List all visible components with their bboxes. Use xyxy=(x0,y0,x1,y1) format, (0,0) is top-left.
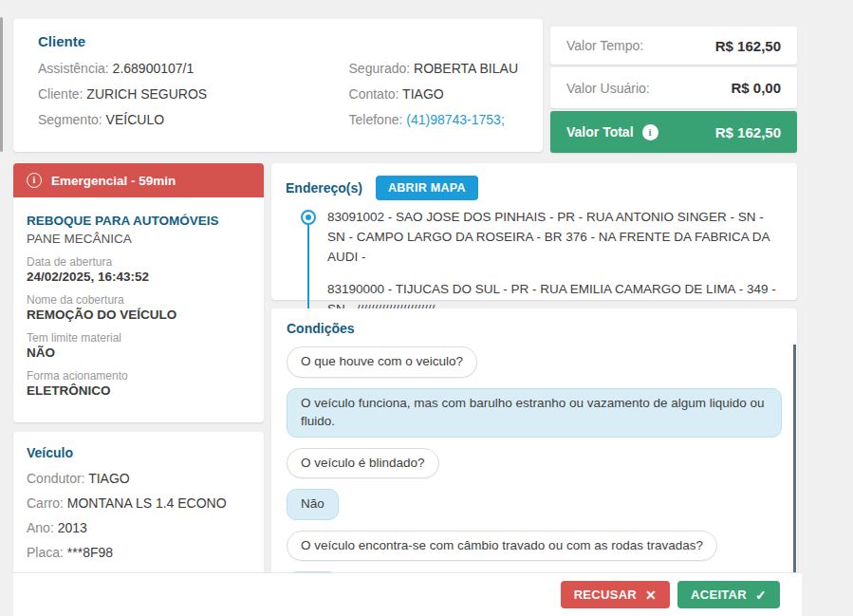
phone-link[interactable]: (41)98743-1753; xyxy=(406,112,505,127)
insured-field: Segurado: ROBERTA BILAU xyxy=(349,56,518,82)
service-problem: PANE MECÂNICA xyxy=(27,232,250,246)
client-fields-right: Segurado: ROBERTA BILAU Contato: TIAGO T… xyxy=(349,56,518,133)
origin-radio-icon[interactable] xyxy=(301,210,316,225)
service-card: i Emergencial - 59min REBOQUE PARA AUTOM… xyxy=(13,163,264,422)
plate-value: ***8F98 xyxy=(67,545,113,560)
client-field: Cliente: ZURICH SEGUROS xyxy=(38,82,349,107)
vehicle-card-title: Veículo xyxy=(27,445,250,460)
activation-field: Forma acionamento ELETRÔNICO xyxy=(27,369,250,398)
address-timeline: 83091002 - SAO JOSE DOS PINHAIS - PR - R… xyxy=(286,208,783,320)
accept-button[interactable]: ACEITAR ✓ xyxy=(677,581,780,608)
coverage-value: REMOÇÃO DO VEÍCULO xyxy=(27,308,250,322)
assistance-value: 2.68900107/1 xyxy=(113,61,195,76)
client-card: Cliente Assistência: 2.68900107/1 Client… xyxy=(13,19,543,152)
info-icon: i xyxy=(27,173,42,188)
material-limit-field: Tem limite material NÃO xyxy=(27,331,250,360)
material-limit-value: NÃO xyxy=(27,345,250,360)
accept-button-label: ACEITAR xyxy=(691,588,747,602)
answer-bubble: O veículo funciona, mas com barulho estr… xyxy=(287,388,782,438)
conditions-card: Condições O que houve com o veiculo? O v… xyxy=(271,308,797,572)
service-name: REBOQUE PARA AUTOMÓVEIS xyxy=(27,214,250,228)
value-total-row: Valor Total i R$ 162,50 xyxy=(550,111,797,153)
insured-value: ROBERTA BILAU xyxy=(414,61,518,76)
page-scrollbar[interactable] xyxy=(0,17,3,152)
client-value: ZURICH SEGUROS xyxy=(86,86,207,102)
coverage-field: Nome da cobertura REMOÇÃO DO VEÍCULO xyxy=(27,293,250,322)
refuse-button-label: RECUSAR xyxy=(574,588,637,602)
car-value: MONTANA LS 1.4 ECONO xyxy=(67,495,227,511)
value-user-amount: R$ 0,00 xyxy=(731,80,781,96)
refuse-button[interactable]: RECUSAR ✕ xyxy=(561,581,670,608)
contact-value: TIAGO xyxy=(402,86,444,102)
value-user-row: Valor Usuário: R$ 0,00 xyxy=(550,67,797,108)
value-time-amount: R$ 162,50 xyxy=(715,38,781,54)
value-time-row: Valor Tempo: R$ 162,50 xyxy=(550,27,797,65)
value-time-label: Valor Tempo: xyxy=(566,38,643,53)
answer-bubble: Não xyxy=(287,489,339,520)
value-total-label: Valor Total xyxy=(566,124,634,140)
open-map-button[interactable]: ABRIR MAPA xyxy=(376,176,478,200)
question-bubble: O que houve com o veiculo? xyxy=(287,346,477,378)
check-icon: ✓ xyxy=(755,588,767,603)
question-bubble: O veículo é blindado? xyxy=(287,448,439,479)
year-value: 2013 xyxy=(58,520,87,535)
assistance-field: Assistência: 2.68900107/1 xyxy=(38,56,349,82)
assistance-dispatch-page: Cliente Assistência: 2.68900107/1 Client… xyxy=(0,0,853,616)
addresses-card: Endereço(s) ABRIR MAPA 83091002 - SAO JO… xyxy=(271,163,797,300)
vehicle-card: Veículo Condutor: TIAGO Carro: MONTANA L… xyxy=(13,432,264,572)
open-date-field: Data de abertura 24/02/2025, 16:43:52 xyxy=(27,255,250,284)
addresses-title: Endereço(s) xyxy=(286,180,362,196)
origin-address: 83091002 - SAO JOSE DOS PINHAIS - PR - R… xyxy=(327,208,783,268)
conditions-scrollbar[interactable] xyxy=(793,345,796,572)
value-user-label: Valor Usuário: xyxy=(566,81,650,96)
emergency-banner-label: Emergencial - 59min xyxy=(51,174,176,188)
driver-value: TIAGO xyxy=(88,471,130,486)
conditions-title: Condições xyxy=(287,321,782,336)
segment-value: VEÍCULO xyxy=(106,112,164,127)
value-total-amount: R$ 162,50 xyxy=(715,124,781,140)
question-bubble: O veículo encontra-se com câmbio travado… xyxy=(287,531,717,562)
plate-field: Placa: ***8F98 xyxy=(27,540,250,565)
client-fields-left: Assistência: 2.68900107/1 Cliente: ZURIC… xyxy=(38,56,349,133)
values-panel: Valor Tempo: R$ 162,50 Valor Usuário: R$… xyxy=(550,27,797,156)
action-footer: RECUSAR ✕ ACEITAR ✓ xyxy=(13,572,802,616)
car-field: Carro: MONTANA LS 1.4 ECONO xyxy=(27,491,250,515)
contact-field: Contato: TIAGO xyxy=(349,82,518,107)
client-card-title: Cliente xyxy=(38,33,518,49)
total-info-icon[interactable]: i xyxy=(642,124,658,140)
emergency-banner: i Emergencial - 59min xyxy=(13,163,264,197)
segment-field: Segmento: VEÍCULO xyxy=(38,107,349,133)
phone-field: Telefone: (41)98743-1753; xyxy=(349,107,518,133)
activation-value: ELETRÔNICO xyxy=(27,383,250,398)
open-date-value: 24/02/2025, 16:43:52 xyxy=(27,270,250,284)
x-icon: ✕ xyxy=(645,588,657,603)
timeline-connector xyxy=(307,219,309,318)
client-fields: Assistência: 2.68900107/1 Cliente: ZURIC… xyxy=(38,56,518,133)
year-field: Ano: 2013 xyxy=(27,515,250,540)
driver-field: Condutor: TIAGO xyxy=(27,466,250,491)
